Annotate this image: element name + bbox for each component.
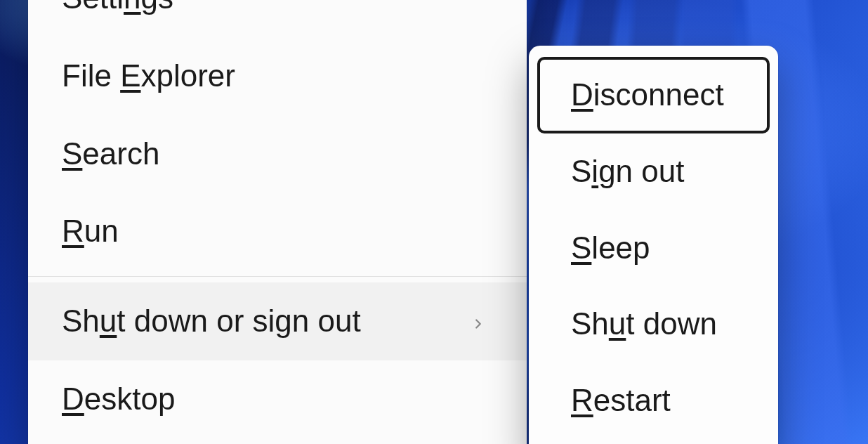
submenu-item-shutdown[interactable]: Shut down [537, 286, 770, 363]
menu-item-shutdown-signout[interactable]: Shut down or sign out [28, 282, 527, 360]
menu-item-settings[interactable]: Settings [28, 0, 527, 37]
submenu-item-restart[interactable]: Restart [537, 363, 770, 439]
menu-item-label: Search [62, 136, 159, 173]
winx-context-menu: Settings File Explorer Search Run Shut d… [28, 0, 527, 444]
shutdown-submenu: Disconnect Sign out Sleep Shut down Rest… [529, 46, 778, 444]
menu-item-label: File Explorer [62, 58, 235, 95]
menu-item-label: Shut down or sign out [62, 303, 361, 340]
menu-item-file-explorer[interactable]: File Explorer [28, 37, 527, 115]
menu-item-label: Desktop [62, 381, 175, 418]
submenu-item-disconnect[interactable]: Disconnect [537, 57, 770, 133]
menu-item-label: Run [62, 213, 119, 250]
submenu-item-label: Disconnect [571, 77, 724, 112]
menu-divider [28, 276, 527, 277]
menu-item-search[interactable]: Search [28, 115, 527, 193]
submenu-item-label: Shut down [571, 306, 717, 341]
chevron-right-icon [471, 303, 493, 340]
submenu-item-label: Sign out [571, 154, 684, 188]
submenu-item-label: Sleep [571, 230, 650, 265]
menu-item-run[interactable]: Run [28, 192, 527, 270]
submenu-item-label: Restart [571, 383, 671, 417]
menu-item-label: Settings [62, 0, 173, 17]
submenu-item-signout[interactable]: Sign out [537, 133, 770, 210]
submenu-item-sleep[interactable]: Sleep [537, 210, 770, 287]
menu-item-desktop[interactable]: Desktop [28, 360, 527, 438]
